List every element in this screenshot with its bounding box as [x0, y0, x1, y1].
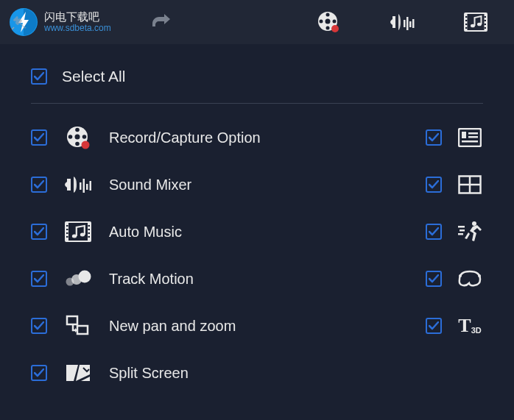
checkbox-split-screen[interactable]: [31, 365, 47, 381]
list-item: Record/Capture Option: [31, 124, 483, 151]
svg-rect-47: [66, 225, 68, 227]
svg-rect-48: [66, 229, 68, 230]
checkbox-pan-zoom[interactable]: [31, 318, 47, 334]
svg-point-30: [82, 135, 87, 139]
toolbar: 闪电下载吧 www.sdbeta.com: [0, 0, 514, 44]
subtitle-icon: [457, 128, 483, 147]
svg-rect-58: [458, 226, 465, 228]
item-label: Track Motion: [109, 271, 411, 288]
logo-area: 闪电下载吧 www.sdbeta.com: [9, 7, 111, 37]
track-motion-icon: [62, 269, 94, 288]
svg-rect-51: [88, 225, 91, 227]
content: Select All Record/Capture Option: [0, 44, 514, 401]
svg-point-2: [325, 19, 331, 24]
svg-rect-33: [462, 132, 466, 138]
logo-title: 闪电下载吧: [44, 11, 111, 24]
svg-rect-18: [465, 27, 468, 29]
svg-rect-22: [485, 27, 487, 29]
svg-point-7: [331, 25, 339, 32]
list-item: Sound Mixer: [31, 171, 483, 198]
svg-rect-59: [460, 229, 465, 232]
svg-point-64: [459, 274, 462, 277]
svg-point-65: [478, 274, 481, 277]
svg-rect-39: [86, 184, 88, 190]
checkbox-motion-man[interactable]: [426, 224, 442, 240]
sound-mixer-toolbar-icon[interactable]: [387, 7, 417, 37]
svg-rect-49: [66, 232, 68, 234]
svg-rect-37: [80, 182, 82, 190]
select-all-label: Select All: [62, 68, 125, 85]
checkbox-sound-mixer[interactable]: [31, 177, 47, 193]
svg-rect-60: [458, 233, 463, 235]
svg-rect-12: [465, 13, 487, 31]
svg-rect-20: [485, 20, 487, 21]
checkbox-auto-music[interactable]: [31, 224, 47, 240]
checkbox-shape-path[interactable]: [426, 271, 442, 287]
svg-point-5: [320, 20, 323, 24]
list-item: New pan and zoom T 3D: [31, 313, 483, 339]
item-label: Auto Music: [109, 224, 411, 241]
svg-point-3: [326, 13, 330, 17]
checkbox-track-motion[interactable]: [31, 271, 47, 287]
svg-rect-35: [468, 136, 478, 138]
svg-rect-44: [66, 222, 91, 241]
checkbox-grid[interactable]: [426, 177, 442, 193]
checkbox-subtitle[interactable]: [426, 129, 442, 146]
svg-rect-67: [77, 326, 88, 334]
options-list: Record/Capture Option: [31, 124, 483, 386]
svg-point-29: [68, 135, 73, 139]
svg-rect-45: [66, 222, 68, 241]
svg-rect-50: [66, 236, 68, 238]
svg-rect-36: [462, 140, 478, 143]
svg-rect-54: [88, 236, 91, 238]
record-capture-icon: [62, 125, 94, 150]
item-label: Record/Capture Option: [109, 129, 411, 146]
grid-icon: [457, 175, 483, 194]
svg-rect-46: [88, 222, 91, 241]
svg-rect-8: [404, 20, 406, 27]
checkbox-record-capture[interactable]: [31, 129, 47, 146]
list-item: Auto Music: [31, 218, 483, 245]
list-item: Split Screen: [31, 360, 483, 386]
svg-point-4: [326, 26, 330, 30]
svg-rect-53: [88, 232, 91, 234]
item-label: New pan and zoom: [109, 318, 411, 335]
svg-point-57: [472, 221, 476, 226]
svg-rect-21: [485, 24, 487, 25]
svg-point-6: [333, 20, 337, 24]
svg-rect-66: [67, 316, 77, 324]
redo-icon[interactable]: [147, 7, 176, 37]
svg-point-27: [75, 128, 80, 132]
sound-mixer-icon: [62, 174, 94, 196]
select-all-checkbox[interactable]: [31, 68, 47, 85]
checkbox-t3d[interactable]: [426, 318, 442, 334]
svg-rect-9: [406, 17, 409, 30]
svg-rect-10: [409, 21, 412, 27]
svg-point-26: [75, 135, 80, 140]
svg-rect-11: [412, 19, 415, 28]
svg-point-63: [66, 278, 74, 286]
svg-point-31: [82, 141, 90, 149]
svg-rect-19: [485, 16, 487, 18]
svg-rect-52: [88, 229, 91, 230]
shape-path-icon: [457, 268, 483, 289]
svg-rect-15: [465, 16, 468, 18]
svg-rect-38: [83, 179, 85, 193]
svg-rect-34: [468, 132, 478, 135]
svg-point-28: [75, 142, 80, 146]
svg-rect-40: [90, 181, 92, 191]
auto-music-icon: [62, 220, 94, 243]
svg-rect-17: [465, 24, 468, 25]
motion-man-icon: [457, 221, 483, 243]
split-screen-icon: [62, 362, 94, 384]
svg-rect-16: [465, 20, 468, 21]
tools-icon: [10, 15, 27, 31]
record-capture-toolbar-icon[interactable]: [314, 7, 343, 37]
select-all-row: Select All: [31, 68, 483, 104]
pan-zoom-icon: [62, 314, 94, 338]
t3d-icon: T 3D: [457, 315, 483, 337]
auto-music-toolbar-icon[interactable]: [461, 7, 490, 37]
list-item: Track Motion: [31, 266, 483, 292]
logo-url: www.sdbeta.com: [44, 24, 111, 33]
item-label: Sound Mixer: [109, 177, 411, 193]
